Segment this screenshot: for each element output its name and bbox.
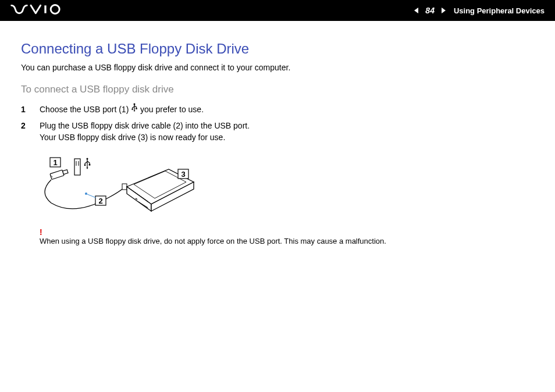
usb-icon: [131, 103, 138, 115]
svg-rect-14: [50, 170, 64, 179]
connection-diagram: 1 2: [40, 152, 534, 224]
diagram-label-2: 2: [98, 197, 102, 205]
svg-point-12: [84, 164, 86, 166]
svg-point-4: [131, 108, 133, 109]
svg-rect-13: [89, 164, 91, 166]
header-right: 84 Using Peripheral Devices: [413, 6, 545, 15]
sub-heading: To connect a USB floppy disk drive: [21, 84, 534, 95]
diagram-label-3: 3: [181, 170, 185, 179]
step-list: Choose the USB port (1) you prefer to us…: [21, 104, 534, 144]
prev-page-arrow[interactable]: [413, 7, 420, 14]
step-text: Plug the USB floppy disk drive cable (2)…: [40, 121, 250, 142]
page-number: 84: [424, 6, 436, 15]
step-text: you prefer to use.: [138, 105, 204, 114]
next-page-arrow[interactable]: [440, 7, 447, 14]
svg-line-19: [87, 194, 96, 198]
step-item: Choose the USB port (1) you prefer to us…: [21, 104, 534, 116]
warning-icon: !: [40, 227, 534, 237]
svg-rect-15: [63, 169, 68, 174]
svg-rect-17: [122, 184, 127, 190]
svg-rect-0: [44, 5, 46, 13]
warning-block: ! When using a USB floppy disk drive, do…: [40, 227, 534, 245]
content-area: Connecting a USB Floppy Disk Drive You c…: [0, 21, 555, 245]
svg-rect-5: [136, 108, 137, 109]
warning-text: When using a USB floppy disk drive, do n…: [40, 237, 386, 245]
step-item: Plug the USB floppy disk drive cable (2)…: [21, 120, 534, 144]
svg-point-1: [51, 5, 59, 14]
vaio-logo: [10, 3, 69, 17]
diagram-label-1: 1: [53, 158, 57, 167]
main-heading: Connecting a USB Floppy Disk Drive: [21, 41, 534, 57]
step-text: Choose the USB port (1): [40, 105, 131, 114]
section-title: Using Peripheral Devices: [454, 6, 545, 15]
header-bar: 84 Using Peripheral Devices: [0, 0, 555, 21]
svg-point-20: [85, 193, 87, 195]
intro-text: You can purchase a USB floppy disk drive…: [21, 63, 534, 72]
svg-rect-6: [74, 159, 80, 175]
